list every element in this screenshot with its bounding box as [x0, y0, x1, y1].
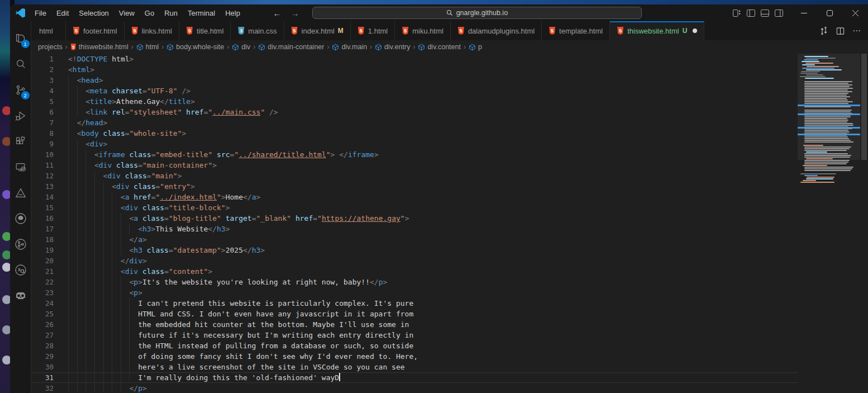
code-line-15[interactable]: 15<div class="title-block">: [31, 202, 798, 213]
code-line-5[interactable]: 5<title>Athene.Gay</title>: [31, 96, 798, 107]
code-line-17[interactable]: 17<h3>This Website</h3>: [31, 224, 798, 234]
breadcrumb-item-div.content[interactable]: div.content: [418, 43, 461, 51]
tab-miku.html[interactable]: 5miku.html: [395, 21, 451, 40]
code-editor[interactable]: 1<!DOCTYPE html>2<html>3<head>4<meta cha…: [31, 54, 868, 393]
token: >: [138, 278, 142, 286]
breadcrumb-item-div[interactable]: div: [232, 43, 250, 51]
indent-guide: [94, 266, 103, 277]
maximize-button[interactable]: [817, 4, 842, 21]
code-line-2[interactable]: 2<html>: [31, 64, 798, 75]
code-line-7[interactable]: 7</head>: [31, 117, 798, 128]
tab-label: 1.html: [368, 27, 388, 35]
triangle-a-icon[interactable]: [10, 180, 31, 206]
run-debug-icon[interactable]: [10, 103, 31, 129]
vertical-scrollbar[interactable]: [860, 54, 868, 393]
godot-icon[interactable]: [10, 283, 31, 309]
indent-guide: [112, 255, 121, 266]
menu-terminal[interactable]: Terminal: [183, 7, 220, 20]
code-line-32[interactable]: 32</p>: [31, 383, 798, 393]
menu-help[interactable]: Help: [220, 7, 245, 20]
code-search-icon[interactable]: [10, 257, 31, 283]
code-line-12[interactable]: 12<div class="main">: [31, 171, 798, 181]
close-button[interactable]: [842, 4, 868, 21]
breadcrumb-item-projects[interactable]: projects: [38, 43, 63, 51]
toggle-primary-sidebar-icon[interactable]: [747, 10, 755, 17]
breadcrumb-item-div.entry[interactable]: div.entry: [375, 43, 410, 51]
desktop-wallpaper-left: [0, 0, 10, 393]
indent-guide: [112, 319, 121, 330]
scrollbar-thumb[interactable]: [861, 54, 867, 160]
code-line-25[interactable]: 25HTML and CSS. I don't even have any ja…: [31, 309, 798, 319]
source-control-icon[interactable]: 2: [10, 77, 31, 103]
nav-back-button[interactable]: ←: [272, 8, 282, 18]
nav-forward-button[interactable]: →: [290, 8, 300, 18]
code-line-28[interactable]: 28the HTML instead of pulling from a dat…: [31, 340, 798, 351]
code-line-27[interactable]: 27future if it's necessary but I'm writi…: [31, 330, 798, 340]
code-line-3[interactable]: 3<head>: [31, 75, 798, 86]
breadcrumb-item-thiswebsite.html[interactable]: 5thiswebsite.html: [70, 43, 128, 51]
code-line-22[interactable]: 22<p>It's the website you're looking at …: [31, 277, 798, 287]
code-line-26[interactable]: 26the embedded hit counter at the bottom…: [31, 319, 798, 330]
explorer-icon[interactable]: 1: [10, 26, 31, 51]
code-line-16[interactable]: 16<a class="blog-title" target="_blank" …: [31, 213, 798, 224]
tab-main.css[interactable]: 3main.css: [231, 21, 284, 40]
code-line-11[interactable]: 11<div class="main-container">: [31, 160, 798, 171]
code-line-31[interactable]: 31I'm really doing this the 'old-fashion…: [31, 372, 798, 383]
tab-links.html[interactable]: 5links.html: [125, 21, 179, 40]
code-line-21[interactable]: 21<div class="content">: [31, 266, 798, 277]
code-line-24[interactable]: 24I can't pretend this website is partic…: [31, 298, 798, 309]
menu-selection[interactable]: Selection: [74, 7, 113, 20]
token: >: [260, 246, 265, 254]
code-line-14[interactable]: 14<a href="../index.html">Home</a>: [31, 192, 798, 202]
breadcrumb-item-body.whole-site[interactable]: body.whole-site: [166, 43, 224, 51]
token: h3: [252, 246, 261, 254]
open-changes-icon[interactable]: [819, 26, 828, 35]
menu-edit[interactable]: Edit: [51, 7, 74, 20]
code-line-10[interactable]: 10<iframe class="embed-title" src="../sh…: [31, 149, 798, 160]
code-line-4[interactable]: 4<meta charset="UTF-8" />: [31, 86, 798, 96]
code-line-8[interactable]: 8<body class="whole-site">: [31, 128, 798, 139]
code-line-9[interactable]: 9<div>: [31, 139, 798, 149]
minimap[interactable]: [798, 54, 860, 393]
menu-run[interactable]: Run: [159, 7, 183, 20]
tab-title.html[interactable]: 5title.html: [179, 21, 231, 40]
remote-explorer-icon[interactable]: [10, 154, 31, 180]
toggle-panel-icon[interactable]: [761, 10, 769, 17]
more-actions-icon[interactable]: ⋯: [852, 26, 861, 36]
tab-thiswebsite.html[interactable]: 5thiswebsite.htmlU: [610, 21, 704, 40]
breadcrumb-item-div.main-container[interactable]: div.main-container: [258, 43, 324, 51]
menu-view[interactable]: View: [114, 7, 140, 20]
code-line-6[interactable]: 6<link rel="stylesheet" href="../main.cs…: [31, 107, 798, 117]
tab-footer.html[interactable]: 5footer.html: [66, 21, 125, 40]
search-icon[interactable]: [10, 51, 31, 77]
command-center-search[interactable]: gnargle.github.io: [312, 7, 642, 19]
source-control-badge: 2: [21, 91, 30, 100]
code-line-13[interactable]: 13<div class="entry">: [31, 181, 798, 192]
tab-dalamudplugins.html[interactable]: 5dalamudplugins.html: [451, 21, 542, 40]
toggle-secondary-sidebar-icon[interactable]: [775, 10, 783, 17]
code-line-20[interactable]: 20</div>: [31, 255, 798, 266]
code-line-23[interactable]: 23<p>: [31, 287, 798, 298]
extensions-icon[interactable]: [10, 129, 31, 154]
breadcrumb-item-div.main[interactable]: div.main: [332, 43, 367, 51]
split-editor-icon[interactable]: [836, 27, 845, 35]
code-line-1[interactable]: 1<!DOCTYPE html>: [31, 54, 798, 64]
tab-html[interactable]: html: [31, 21, 66, 40]
menu-go[interactable]: Go: [140, 7, 159, 20]
customize-layout-icon[interactable]: [733, 10, 741, 17]
minimize-button[interactable]: [791, 4, 817, 21]
code-line-19[interactable]: 19<h3 class="datestamp">2025</h3>: [31, 245, 798, 255]
code-line-30[interactable]: 30here's a live screenshot of the site i…: [31, 362, 798, 372]
tab-template.html[interactable]: 5template.html: [542, 21, 610, 40]
github-icon[interactable]: [10, 206, 31, 231]
git-graph-icon[interactable]: [10, 231, 31, 257]
code-line-18[interactable]: 18</a>: [31, 234, 798, 245]
menu-file[interactable]: File: [30, 7, 51, 20]
code-line-29[interactable]: 29of doing some fancy shit I don't see w…: [31, 351, 798, 362]
breadcrumb-item-html[interactable]: html: [136, 43, 159, 51]
indent-guide: [103, 383, 112, 393]
tab-1.html[interactable]: 51.html: [351, 21, 395, 40]
tab-index.html[interactable]: 5index.htmlM: [284, 21, 351, 40]
breadcrumb-item-p[interactable]: p: [469, 43, 482, 51]
indent-guide: [94, 171, 103, 181]
